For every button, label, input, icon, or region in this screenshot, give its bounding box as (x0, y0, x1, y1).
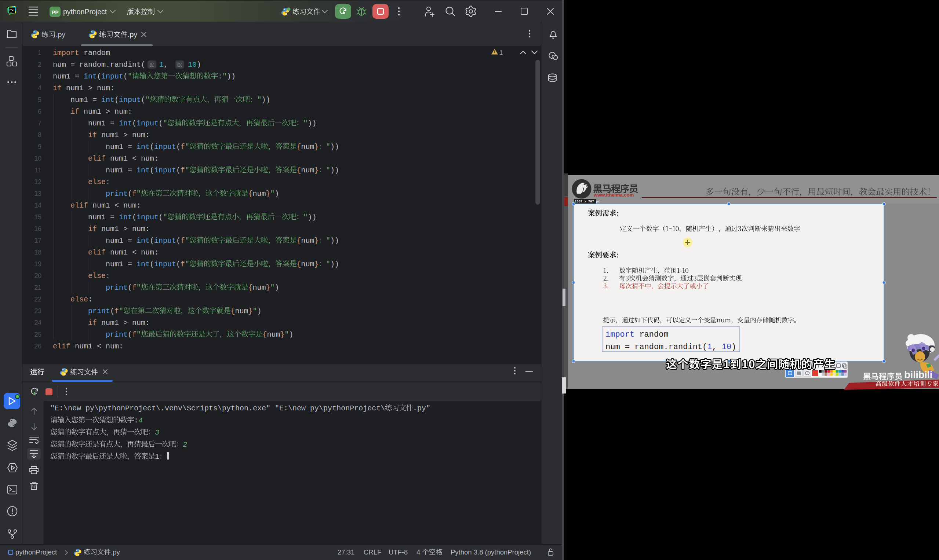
svg-text:)): )) (308, 213, 317, 222)
svg-text::: : (106, 272, 110, 280)
svg-text:f: f (180, 260, 185, 268)
svg-text:(: ( (128, 189, 132, 198)
svg-text:1: 1 (155, 452, 159, 461)
svg-text:1: 1 (707, 343, 712, 352)
svg-text:print: print (106, 283, 128, 292)
svg-text:1507 x 797 px: 1507 x 797 px (575, 200, 600, 203)
svg-text:f: f (132, 331, 137, 339)
svg-text:(: ( (150, 143, 154, 151)
svg-text:19: 19 (34, 260, 42, 268)
svg-text:import: import (606, 330, 634, 339)
svg-text:": " (304, 119, 308, 128)
svg-text:,: , (163, 60, 168, 69)
svg-text:(: ( (176, 166, 180, 175)
svg-text:10: 10 (188, 60, 197, 69)
svg-text:num = random.randint(: num = random.randint( (606, 343, 707, 352)
svg-text:num1 =: num1 = (88, 119, 119, 128)
svg-text:": " (137, 189, 141, 198)
svg-text:f: f (180, 143, 185, 151)
svg-text:PP: PP (52, 9, 59, 15)
svg-text:(: ( (128, 331, 132, 339)
svg-text:": " (137, 283, 141, 292)
svg-text:(: ( (114, 96, 119, 104)
svg-text:elif: elif (53, 342, 71, 351)
svg-text:": " (137, 331, 141, 339)
svg-text:num: num (301, 143, 315, 151)
svg-text:21: 21 (34, 284, 42, 291)
svg-text:num1 =: num1 = (106, 143, 137, 151)
svg-text:16: 16 (34, 225, 42, 232)
svg-text:": " (163, 119, 167, 128)
svg-text:f: f (132, 189, 137, 198)
svg-text:num1 > num:: num1 > num: (97, 131, 150, 139)
svg-text:f: f (180, 166, 185, 175)
svg-text:num1 =: num1 = (106, 166, 137, 175)
svg-text:": " (270, 189, 275, 198)
svg-text:{: { (248, 283, 253, 292)
svg-text:num: num (301, 260, 315, 268)
svg-text:": " (185, 260, 189, 268)
svg-text:num1 < num:: num1 < num: (71, 342, 123, 351)
svg-text:}: } (315, 237, 319, 245)
svg-text:print: print (106, 189, 128, 198)
svg-text:elif: elif (88, 154, 106, 163)
svg-text:bilibili: bilibili (904, 369, 933, 380)
svg-text:{: { (231, 307, 235, 315)
svg-text:": " (119, 307, 123, 315)
svg-text:(: ( (159, 213, 163, 222)
svg-text:": " (163, 213, 167, 222)
svg-text:": " (285, 331, 289, 339)
svg-text:)): )) (330, 166, 339, 175)
svg-text:,: , (712, 343, 722, 352)
svg-text:if: if (88, 131, 97, 139)
svg-text:4: 4 (138, 416, 143, 425)
svg-text:num: num (301, 166, 315, 175)
svg-text:num1 > num:: num1 > num: (62, 84, 114, 92)
svg-text:CRLF: CRLF (364, 548, 381, 556)
svg-text:int: int (119, 213, 132, 222)
svg-text:(: ( (150, 166, 154, 175)
svg-text:1: 1 (159, 60, 163, 69)
svg-text:int: int (137, 143, 150, 151)
svg-text:4: 4 (38, 85, 42, 92)
svg-text:{: { (297, 237, 301, 245)
svg-text:6: 6 (38, 108, 42, 115)
svg-text:num1 =: num1 = (106, 260, 137, 268)
svg-text:www.itheima.com: www.itheima.com (594, 192, 634, 198)
svg-text:int: int (137, 166, 150, 175)
svg-text:8: 8 (38, 131, 42, 138)
svg-text:10: 10 (34, 155, 42, 162)
svg-text:input: input (154, 237, 176, 245)
svg-text:): ) (275, 189, 279, 198)
svg-text:": " (257, 96, 262, 104)
svg-text:if: if (88, 225, 97, 233)
svg-text:(: ( (150, 260, 154, 268)
svg-text:)): )) (330, 143, 339, 151)
svg-text:{: { (297, 143, 301, 151)
svg-text:": " (145, 96, 150, 104)
svg-text:): ) (289, 331, 293, 339)
svg-text:(: ( (176, 143, 180, 151)
svg-text:if: if (71, 108, 79, 116)
svg-text:)): )) (308, 119, 317, 128)
svg-text:4: 4 (416, 548, 422, 556)
svg-text:26: 26 (34, 343, 42, 350)
svg-text:input: input (101, 72, 123, 81)
svg-text:num: num (253, 189, 266, 198)
svg-text:": " (128, 72, 132, 81)
svg-text:input: input (119, 96, 141, 104)
svg-text:}: } (315, 143, 319, 151)
svg-text:elif: elif (71, 202, 88, 210)
svg-text:): ) (257, 307, 262, 315)
svg-text:(: ( (132, 213, 137, 222)
svg-text:print: print (106, 331, 128, 339)
svg-text:": " (326, 143, 330, 151)
svg-text:}: } (281, 331, 285, 339)
svg-text:.py: .py (128, 31, 137, 38)
svg-text:pythonProject: pythonProject (15, 548, 57, 556)
svg-text:num1 > num:: num1 > num: (79, 108, 132, 116)
svg-text:2: 2 (183, 440, 187, 449)
svg-text:num1 > num:: num1 > num: (97, 319, 150, 327)
svg-text:a:: a: (150, 61, 154, 68)
svg-text:input: input (137, 213, 159, 222)
